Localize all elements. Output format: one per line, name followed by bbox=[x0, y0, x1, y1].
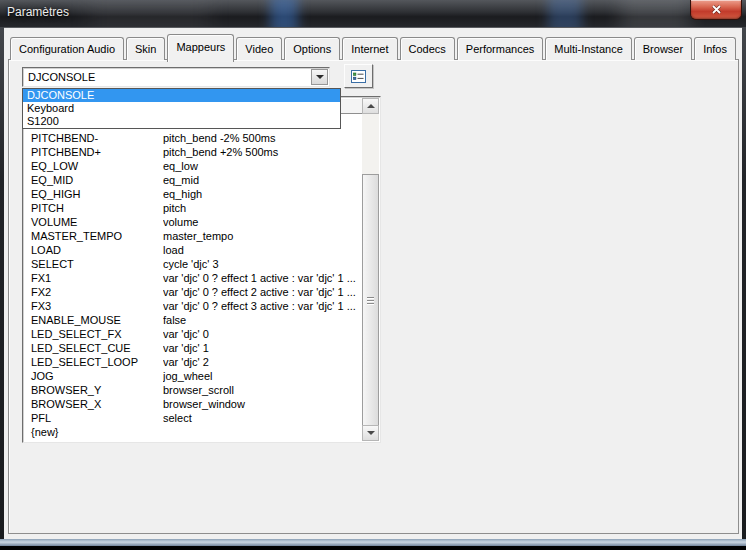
mapping-row[interactable]: PITCHBEND+ pitch_bend +2% 500ms bbox=[24, 145, 361, 159]
window-title: Paramètres bbox=[7, 5, 69, 19]
mapping-row[interactable]: ENABLE_MOUSE false bbox=[24, 313, 361, 327]
mapping-row[interactable]: FX1 var 'djc' 0 ? effect 1 active : var … bbox=[24, 271, 361, 285]
mapping-row[interactable]: LED_SELECT_LOOP var 'djc' 2 bbox=[24, 355, 361, 369]
mapping-row[interactable]: EQ_HIGH eq_high bbox=[24, 187, 361, 201]
mapping-row[interactable]: MASTER_TEMPO master_tempo bbox=[24, 229, 361, 243]
mapping-action-cell: var 'djc' 0 bbox=[163, 327, 361, 341]
mapping-row[interactable]: BROWSER_X browser_window bbox=[24, 397, 361, 411]
close-button[interactable] bbox=[690, 0, 742, 20]
mapping-key-cell: ENABLE_MOUSE bbox=[24, 313, 163, 327]
window-shadow-bottom bbox=[0, 546, 746, 550]
mapping-key-cell: EQ_MID bbox=[24, 173, 163, 187]
mapping-key-cell: FX3 bbox=[24, 299, 163, 313]
tab[interactable]: Skin bbox=[126, 37, 165, 60]
titlebar[interactable]: Paramètres bbox=[0, 0, 746, 27]
mapping-action-cell: var 'djc' 2 bbox=[163, 355, 361, 369]
mapping-row[interactable]: PFL select bbox=[24, 411, 361, 425]
glass-streak bbox=[548, 0, 582, 27]
mapping-key-cell: LED_SELECT_LOOP bbox=[24, 355, 163, 369]
settings-window: Paramètres Configuration AudioSkinMappeu… bbox=[0, 0, 746, 550]
mapper-combobox-value: DJCONSOLE bbox=[28, 70, 95, 85]
mapping-action-cell: select bbox=[163, 411, 361, 425]
mapping-action-cell: pitch_bend -2% 500ms bbox=[163, 131, 361, 145]
mapping-key-cell: LED_SELECT_FX bbox=[24, 327, 163, 341]
list-scrollbar[interactable] bbox=[362, 98, 379, 441]
mapping-action-cell: eq_high bbox=[163, 187, 361, 201]
mapping-action-cell: jog_wheel bbox=[163, 369, 361, 383]
tab[interactable]: Video bbox=[236, 37, 282, 60]
mapping-row[interactable]: VOLUME volume bbox=[24, 215, 361, 229]
mapping-row[interactable]: PITCH pitch bbox=[24, 201, 361, 215]
mapper-properties-button[interactable] bbox=[344, 64, 373, 88]
scrollbar-grip-icon bbox=[367, 297, 374, 306]
dropdown-option[interactable]: Keyboard bbox=[23, 102, 340, 115]
mapping-key-cell: PITCHBEND+ bbox=[24, 145, 163, 159]
mapping-key-cell: EQ_LOW bbox=[24, 159, 163, 173]
tab-bar: Configuration AudioSkinMappeursVideoOpti… bbox=[10, 33, 736, 60]
dropdown-option[interactable]: DJCONSOLE bbox=[23, 89, 340, 102]
mapping-key-cell: MASTER_TEMPO bbox=[24, 229, 163, 243]
mapper-dropdown-list: DJCONSOLEKeyboardS1200 bbox=[22, 88, 341, 129]
mapping-key-cell: BROWSER_Y bbox=[24, 383, 163, 397]
tab[interactable]: Codecs bbox=[400, 37, 455, 60]
mapping-row[interactable]: PITCHBEND- pitch_bend -2% 500ms bbox=[24, 131, 361, 145]
window-border-bottom bbox=[0, 539, 746, 546]
tab[interactable]: Options bbox=[284, 37, 340, 60]
mapping-key-cell: PITCH bbox=[24, 201, 163, 215]
mapping-row[interactable]: SELECT cycle 'djc' 3 bbox=[24, 257, 361, 271]
mapping-key-cell: {new} bbox=[24, 425, 163, 439]
mapping-action-cell: pitch bbox=[163, 201, 361, 215]
mapping-action-cell: var 'djc' 1 bbox=[163, 341, 361, 355]
glass-streak bbox=[620, 0, 690, 27]
mapping-action-cell: load bbox=[163, 243, 361, 257]
mapping-key-cell: FX2 bbox=[24, 285, 163, 299]
tab[interactable]: Infos bbox=[694, 37, 736, 60]
scroll-down-icon bbox=[367, 431, 375, 435]
mapping-action-cell: eq_mid bbox=[163, 173, 361, 187]
window-border-right bbox=[742, 27, 746, 539]
mapping-action-cell: cycle 'djc' 3 bbox=[163, 257, 361, 271]
list-properties-icon bbox=[350, 69, 367, 84]
mapping-row[interactable]: BROWSER_Y browser_scroll bbox=[24, 383, 361, 397]
mapping-row[interactable]: LED_SELECT_CUE var 'djc' 1 bbox=[24, 341, 361, 355]
mapping-action-cell: master_tempo bbox=[163, 229, 361, 243]
mapping-action-cell bbox=[163, 425, 361, 439]
tab[interactable]: Mappeurs bbox=[167, 34, 234, 62]
mapping-row[interactable]: JOG jog_wheel bbox=[24, 369, 361, 383]
mapping-key-cell: LED_SELECT_CUE bbox=[24, 341, 163, 355]
mapping-row[interactable]: FX2 var 'djc' 0 ? effect 2 active : var … bbox=[24, 285, 361, 299]
mapping-key-cell: PFL bbox=[24, 411, 163, 425]
mapping-action-cell: var 'djc' 0 ? effect 2 active : var 'djc… bbox=[163, 285, 361, 299]
chevron-down-icon bbox=[316, 75, 324, 79]
mapping-row[interactable]: LED_SELECT_FX var 'djc' 0 bbox=[24, 327, 361, 341]
mappings-rows: PITCHBEND- pitch_bend -2% 500ms PITCHBEN… bbox=[24, 131, 361, 441]
mapping-action-cell: false bbox=[163, 313, 361, 327]
scroll-up-button[interactable] bbox=[362, 98, 379, 114]
mapping-action-cell: var 'djc' 0 ? effect 1 active : var 'djc… bbox=[163, 271, 361, 285]
glass-streak bbox=[270, 0, 298, 27]
scroll-up-icon bbox=[367, 104, 375, 108]
mappings-list: PITCHBEND- pitch_bend -2% 500ms PITCHBEN… bbox=[22, 96, 381, 443]
mapping-action-cell: eq_low bbox=[163, 159, 361, 173]
scrollbar-thumb[interactable] bbox=[362, 174, 379, 427]
mapper-combobox[interactable]: DJCONSOLE bbox=[22, 67, 330, 87]
close-icon bbox=[712, 5, 721, 14]
mapping-row[interactable]: EQ_MID eq_mid bbox=[24, 173, 361, 187]
mapping-row[interactable]: LOAD load bbox=[24, 243, 361, 257]
tab[interactable]: Internet bbox=[342, 37, 397, 60]
mapping-row[interactable]: {new} bbox=[24, 425, 361, 439]
tab[interactable]: Performances bbox=[457, 37, 543, 60]
dropdown-option[interactable]: S1200 bbox=[23, 115, 340, 128]
mapping-key-cell: LOAD bbox=[24, 243, 163, 257]
mapping-action-cell: var 'djc' 0 ? effect 3 active : var 'djc… bbox=[163, 299, 361, 313]
mapping-row[interactable]: FX3 var 'djc' 0 ? effect 3 active : var … bbox=[24, 299, 361, 313]
tab[interactable]: Configuration Audio bbox=[10, 37, 124, 60]
mapper-combobox-arrow-button[interactable] bbox=[311, 69, 328, 85]
mapping-action-cell: browser_scroll bbox=[163, 383, 361, 397]
scroll-down-button[interactable] bbox=[362, 425, 379, 441]
tab[interactable]: Multi-Instance bbox=[545, 37, 631, 60]
mapping-key-cell: BROWSER_X bbox=[24, 397, 163, 411]
mapping-row[interactable]: EQ_LOW eq_low bbox=[24, 159, 361, 173]
tab[interactable]: Browser bbox=[634, 37, 692, 60]
mapping-action-cell: pitch_bend +2% 500ms bbox=[163, 145, 361, 159]
